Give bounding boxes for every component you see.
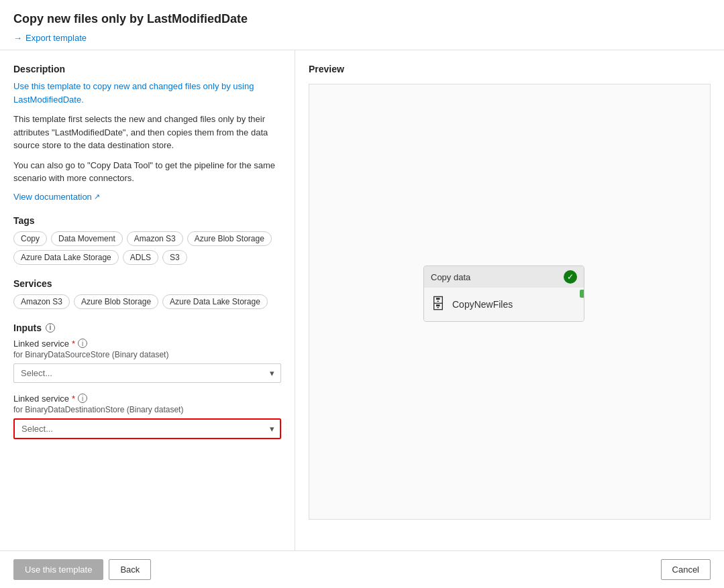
page-header: Copy new files only by LastModifiedDate … [0,0,724,50]
tag-azure-data-lake: Azure Data Lake Storage [13,250,119,265]
cancel-button[interactable]: Cancel [661,559,711,580]
external-link-icon: ↗ [94,192,100,201]
linked-service-2-wrapper: Select... ▾ [13,418,281,439]
description-body-text-1: This template first selects the new and … [13,113,281,152]
inputs-section: Inputs i Linked service * i for BinaryDa… [13,322,281,439]
tag-amazon-s3: Amazon S3 [127,231,183,246]
linked-service-2-label: Linked service * i [13,394,281,404]
linked-service-2-sub-label: for BinaryDataDestinationStore (Binary d… [13,405,281,414]
content-area: Description Use this template to copy ne… [0,50,724,550]
node-success-icon: ✓ [564,270,577,284]
description-section: Description Use this template to copy ne… [13,64,281,202]
use-template-button[interactable]: Use this template [13,559,103,580]
preview-title: Preview [309,64,711,74]
database-icon: 🗄 [431,296,446,313]
linked-service-2-select[interactable]: Select... [13,418,281,439]
linked-service-1-label: Linked service * i [13,339,281,349]
services-container: Amazon S3 Azure Blob Storage Azure Data … [13,294,281,309]
view-docs-link[interactable]: View documentation ↗ [13,192,100,202]
tag-azure-blob: Azure Blob Storage [187,231,272,246]
node-header-label: Copy data [431,272,470,282]
footer-bar: Use this template Back Cancel [0,550,724,588]
export-template-link[interactable]: → Export template [13,33,87,43]
description-body-text-2: You can also go to "Copy Data Tool" to g… [13,159,281,185]
services-section: Services Amazon S3 Azure Blob Storage Az… [13,278,281,309]
tags-container: Copy Data Movement Amazon S3 Azure Blob … [13,231,281,265]
export-arrow-icon: → [13,33,22,43]
inputs-info-icon: i [46,323,55,333]
tag-s3: S3 [162,250,187,265]
service-amazon-s3: Amazon S3 [13,294,70,309]
back-button[interactable]: Back [109,559,151,580]
left-panel: Description Use this template to copy ne… [0,50,295,550]
required-star-2: * [72,394,75,404]
linked-service-1-wrapper: Select... ▾ [13,363,281,383]
page-title: Copy new files only by LastModifiedDate [13,12,711,26]
node-side-indicator [580,290,584,298]
preview-canvas: Copy data ✓ 🗄 CopyNewFiles [309,84,711,520]
linked-service-2-info-icon: i [78,394,87,403]
linked-service-2-group: Linked service * i for BinaryDataDestina… [13,394,281,439]
node-name: CopyNewFiles [452,299,513,310]
linked-service-1-group: Linked service * i for BinaryDataSourceS… [13,339,281,383]
node-body: 🗄 CopyNewFiles [424,288,584,321]
pipeline-node: Copy data ✓ 🗄 CopyNewFiles [423,266,584,322]
inputs-title: Inputs i [13,322,281,333]
right-panel: Preview Copy data ✓ 🗄 CopyNewFiles [295,50,724,550]
tags-section: Tags Copy Data Movement Amazon S3 Azure … [13,215,281,265]
linked-service-1-sub-label: for BinaryDataSourceStore (Binary datase… [13,350,281,359]
service-azure-data-lake: Azure Data Lake Storage [162,294,268,309]
service-azure-blob: Azure Blob Storage [74,294,158,309]
tag-adls: ADLS [123,250,158,265]
tag-copy: Copy [13,231,47,246]
tag-data-movement: Data Movement [51,231,123,246]
linked-service-1-select[interactable]: Select... [13,363,281,383]
services-title: Services [13,278,281,289]
required-star-1: * [72,339,75,349]
footer-left: Use this template Back [13,559,151,580]
tags-title: Tags [13,215,281,226]
node-header: Copy data ✓ [424,266,584,288]
description-blue-text: Use this template to copy new and change… [13,80,281,106]
description-title: Description [13,64,281,74]
linked-service-1-info-icon: i [78,339,87,348]
